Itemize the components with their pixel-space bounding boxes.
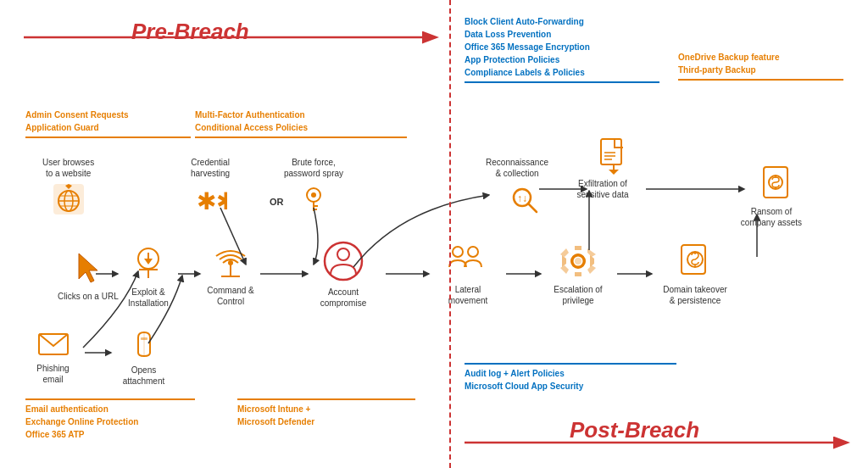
audit-label: Audit log + Alert Policies Microsoft Clo… <box>465 367 676 393</box>
bruteforce-label: Brute force, password spray <box>284 157 343 179</box>
right-blue-block: Block Client Auto-Forwarding Data Loss P… <box>465 15 659 83</box>
user-browses-node: User browses to a website <box>42 157 94 218</box>
escalation-label: Escalation of privilege <box>544 284 612 306</box>
right-blue-label: Block Client Auto-Forwarding Data Loss P… <box>465 15 659 79</box>
post-breach-label: Post-Breach <box>570 417 699 443</box>
curve-brute-down <box>305 203 356 271</box>
command-label: Command & Control <box>205 285 256 307</box>
email-auth-label: Email authentication Exchange Online Pro… <box>25 403 195 441</box>
domain-takeover-node: Domain takeover & persistence <box>657 242 733 306</box>
or-label: OR <box>270 197 284 207</box>
domain-takeover-label: Domain takeover & persistence <box>657 284 733 306</box>
attachment-label: Opens attachment <box>116 365 171 387</box>
admin-consent-block: Admin Consent Requests Application Guard <box>25 109 191 138</box>
document-icon <box>597 137 631 175</box>
user-browses-label: User browses to a website <box>42 157 94 179</box>
svg-line-16 <box>528 203 537 212</box>
curve-ac-recon <box>349 191 519 276</box>
svg-point-47 <box>575 258 581 265</box>
main-container: Pre-Breach Post-Breach Admin Consent Req… <box>0 0 868 468</box>
svg-marker-23 <box>609 170 619 175</box>
arrow-esc-exfil <box>576 187 602 254</box>
svg-rect-18 <box>601 139 621 164</box>
svg-marker-32 <box>144 259 153 265</box>
mfa-block: Multi-Factor Authentication Conditional … <box>195 109 407 138</box>
arrow3 <box>260 267 311 281</box>
curve-credential-down <box>212 203 263 271</box>
svg-point-11 <box>311 192 316 198</box>
admin-consent-label: Admin Consent Requests Application Guard <box>25 109 191 134</box>
onedrive-block: OneDrive Backup feature Third-party Back… <box>678 51 843 81</box>
mfa-label: Multi-Factor Authentication Conditional … <box>195 109 407 134</box>
credential-label: Credential harvesting <box>191 157 230 179</box>
intune-block: Microsoft Intune + Microsoft Defender <box>237 398 415 428</box>
intune-label: Microsoft Intune + Microsoft Defender <box>237 403 415 428</box>
globe-icon <box>52 182 86 216</box>
arrow-dt-ransom <box>744 210 770 261</box>
phishing-label: Phishing email <box>25 363 81 385</box>
email-auth-block: Email authentication Exchange Online Pro… <box>25 398 195 441</box>
audit-block: Audit log + Alert Policies Microsoft Clo… <box>465 363 676 393</box>
pre-breach-arrow <box>24 31 439 44</box>
ransom-icon <box>760 165 798 203</box>
account-compromise-label: Account compromise <box>309 287 377 309</box>
onedrive-label: OneDrive Backup feature Third-party Back… <box>678 51 843 76</box>
arrow-exfil-ransom <box>646 176 748 202</box>
curve-arrow-attach <box>140 271 191 348</box>
arrow6 <box>617 267 655 281</box>
lateral-movement-label: Lateral movement <box>434 284 502 306</box>
vertical-divider <box>449 0 451 468</box>
domain-icon <box>676 242 714 281</box>
curve-arrow-url <box>58 254 142 356</box>
